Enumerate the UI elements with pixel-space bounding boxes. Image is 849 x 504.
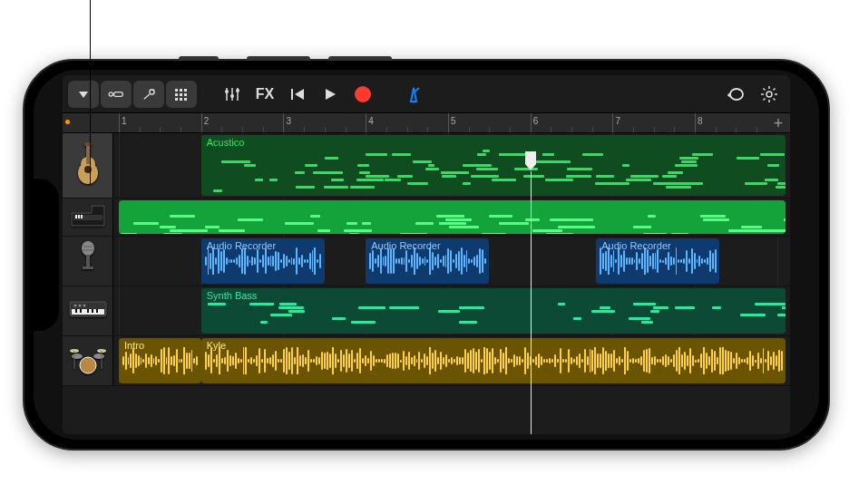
- track-row-vocal: Audio RecorderAudio RecorderAudio Record…: [63, 237, 790, 286]
- region-vocal-2[interactable]: Audio Recorder: [596, 238, 719, 284]
- ruler-tick: [119, 113, 120, 132]
- waveform-content: [119, 347, 201, 374]
- loop-browser-button[interactable]: [166, 81, 197, 108]
- ruler-minor-tick: [469, 127, 470, 132]
- fx-button[interactable]: FX: [249, 81, 280, 108]
- grid-line: [119, 133, 120, 198]
- track-row-guitar: Acustico: [63, 133, 790, 199]
- waveform-content: [366, 247, 489, 275]
- ruler-bar-label: 8: [698, 116, 703, 126]
- track-header-piano[interactable]: [63, 199, 113, 236]
- region-vocal-1[interactable]: Audio Recorder: [366, 238, 489, 284]
- loop-button[interactable]: [721, 81, 752, 108]
- cycle-marker[interactable]: [65, 120, 70, 124]
- metronome-button[interactable]: [398, 81, 429, 108]
- ruler-minor-tick: [654, 127, 655, 132]
- play-button[interactable]: [315, 81, 346, 108]
- drum-kit-icon: [68, 344, 108, 378]
- phone-frame: FX: [23, 59, 830, 451]
- track-header-vocal[interactable]: [63, 237, 113, 286]
- ruler-bar-label: 1: [122, 116, 127, 126]
- ruler-tick: [695, 113, 696, 132]
- track-header-drums[interactable]: [63, 336, 113, 385]
- ruler-minor-tick: [427, 127, 428, 132]
- region-synth-0[interactable]: Synth Bass: [201, 288, 786, 334]
- svg-line-30: [764, 98, 766, 100]
- svg-rect-35: [86, 144, 90, 164]
- ruler-tick: [612, 113, 613, 132]
- browser-menu-button[interactable]: [68, 81, 99, 108]
- instrument-tuner-button[interactable]: [133, 81, 164, 108]
- phone-button: [179, 56, 219, 61]
- grid-line: [777, 237, 778, 286]
- ruler-minor-tick: [736, 127, 737, 132]
- svg-point-16: [230, 94, 234, 98]
- svg-rect-50: [87, 309, 89, 313]
- add-track-button[interactable]: +: [770, 115, 786, 131]
- svg-point-0: [109, 92, 112, 95]
- track-header-guitar[interactable]: [63, 133, 113, 198]
- svg-rect-39: [78, 215, 80, 218]
- region-piano-0[interactable]: [119, 200, 786, 234]
- record-icon: [355, 86, 371, 102]
- svg-rect-42: [86, 255, 90, 267]
- settings-button[interactable]: [754, 81, 785, 108]
- timeline-ruler[interactable]: + 12345678: [63, 113, 790, 133]
- svg-point-14: [225, 90, 229, 93]
- record-button[interactable]: [347, 81, 378, 108]
- region-drums-0[interactable]: Intro: [119, 338, 201, 383]
- track-view-button[interactable]: [101, 81, 132, 108]
- region-label: Audio Recorder: [207, 240, 276, 251]
- app-screen: FX: [63, 75, 790, 434]
- ruler-minor-tick: [571, 127, 572, 132]
- playhead[interactable]: [531, 171, 532, 434]
- ruler-tick: [531, 113, 532, 132]
- region-drums-1[interactable]: Kyle: [201, 338, 786, 383]
- ruler-bar-label: 2: [204, 116, 210, 126]
- svg-rect-52: [96, 309, 98, 313]
- track-row-piano: [63, 199, 790, 237]
- region-vocal-0[interactable]: Audio Recorder: [201, 238, 325, 284]
- ruler-tick: [201, 113, 202, 132]
- midi-content: [201, 135, 786, 196]
- svg-rect-51: [92, 309, 93, 313]
- svg-rect-43: [83, 267, 93, 269]
- ruler-minor-tick: [551, 127, 551, 132]
- tracks-area[interactable]: AcusticoAudio RecorderAudio RecorderAudi…: [63, 133, 790, 434]
- phone-button: [247, 56, 310, 61]
- ruler-minor-tick: [263, 127, 264, 132]
- rewind-button[interactable]: [282, 81, 313, 108]
- track-controls-button[interactable]: [217, 81, 248, 108]
- svg-rect-48: [75, 309, 77, 313]
- svg-rect-19: [291, 89, 293, 100]
- ruler-tick: [448, 113, 449, 132]
- svg-point-3: [152, 89, 154, 91]
- svg-point-22: [730, 89, 743, 100]
- piano-icon: [70, 202, 106, 233]
- grid-line: [119, 237, 120, 286]
- ruler-minor-tick: [510, 127, 511, 132]
- phone-notch: [34, 179, 59, 331]
- ruler-minor-tick: [633, 127, 634, 132]
- svg-line-29: [774, 98, 776, 100]
- ruler-minor-tick: [489, 127, 490, 132]
- ruler-minor-tick: [716, 127, 717, 132]
- region-guitar-0[interactable]: Acustico: [201, 135, 786, 196]
- ruler-minor-tick: [592, 127, 593, 132]
- svg-rect-7: [175, 93, 178, 96]
- svg-point-55: [83, 305, 85, 307]
- track-header-synth[interactable]: [63, 286, 113, 335]
- track-row-synth: Synth Bass: [63, 286, 790, 336]
- ruler-minor-tick: [674, 127, 675, 132]
- region-label: Synth Bass: [207, 290, 258, 301]
- region-label: Audio Recorder: [601, 240, 670, 251]
- track-row-drums: IntroKyle: [63, 336, 790, 386]
- waveform-content: [596, 247, 719, 275]
- ruler-minor-tick: [386, 127, 387, 132]
- ruler-minor-tick: [346, 127, 346, 132]
- midi-content: [201, 288, 786, 334]
- ruler-minor-tick: [242, 127, 243, 132]
- svg-rect-12: [184, 98, 187, 101]
- region-label: Kyle: [207, 340, 226, 351]
- ruler-bar-label: 3: [286, 116, 291, 126]
